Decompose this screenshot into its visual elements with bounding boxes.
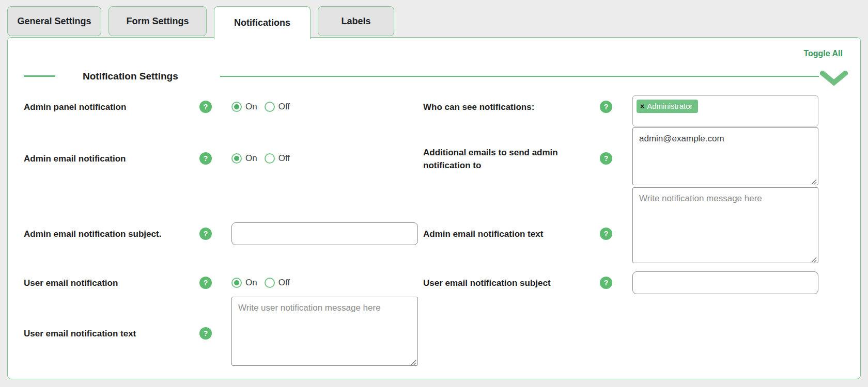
radio-label-off: Off bbox=[278, 153, 290, 164]
radio-dot bbox=[234, 104, 239, 109]
user-text-textarea-wrap bbox=[231, 297, 418, 366]
radio-off[interactable] bbox=[265, 278, 275, 288]
who-can-see-multiselect[interactable]: × Administrator bbox=[632, 95, 818, 126]
chevron-down-icon[interactable] bbox=[820, 71, 848, 86]
admin-text-textarea-wrap bbox=[632, 187, 818, 263]
admin-text-label: Admin email notification text bbox=[423, 228, 586, 240]
section-title: Notification Settings bbox=[83, 70, 178, 83]
radio-dot bbox=[234, 280, 239, 285]
radio-label-off: Off bbox=[278, 278, 290, 288]
user-text-label: User email notification text bbox=[24, 327, 202, 340]
tab-general-settings[interactable]: General Settings bbox=[7, 6, 101, 36]
admin-panel-notification-label: Admin panel notification bbox=[24, 101, 202, 114]
user-subject-label: User email notification subject bbox=[423, 277, 586, 289]
admin-text-textarea[interactable] bbox=[632, 187, 818, 263]
help-icon[interactable]: ? bbox=[199, 152, 212, 165]
admin-email-notification-label: Admin email notification bbox=[24, 152, 202, 165]
resize-handle-icon[interactable] bbox=[811, 178, 817, 184]
additional-emails-label: Additional emails to send admin notifica… bbox=[423, 146, 586, 172]
toggle-all-link[interactable]: Toggle All bbox=[803, 49, 843, 58]
resize-handle-icon[interactable] bbox=[410, 358, 416, 364]
tab-form-settings[interactable]: Form Settings bbox=[109, 6, 207, 36]
radio-label-off: Off bbox=[278, 102, 290, 112]
admin-email-notification-radio-group: On Off bbox=[231, 152, 297, 165]
additional-emails-textarea-wrap: admin@example.com bbox=[632, 127, 818, 185]
tab-notifications[interactable]: Notifications bbox=[214, 6, 311, 39]
user-email-notification-label: User email notification bbox=[24, 277, 202, 289]
admin-subject-input[interactable] bbox=[231, 222, 418, 245]
notifications-settings-panel: Toggle All Notification Settings Admin p… bbox=[7, 37, 861, 379]
radio-on[interactable] bbox=[231, 153, 242, 164]
radio-label-on: On bbox=[245, 278, 257, 288]
tab-labels[interactable]: Labels bbox=[318, 6, 394, 36]
additional-emails-textarea[interactable]: admin@example.com bbox=[632, 127, 818, 185]
remove-tag-icon[interactable]: × bbox=[640, 102, 644, 110]
radio-label-on: On bbox=[245, 102, 257, 112]
selected-role-tag-label: Administrator bbox=[647, 102, 692, 110]
selected-role-tag: × Administrator bbox=[637, 100, 698, 113]
help-icon[interactable]: ? bbox=[199, 327, 212, 340]
help-icon[interactable]: ? bbox=[600, 277, 612, 289]
help-icon[interactable]: ? bbox=[600, 101, 612, 113]
help-icon[interactable]: ? bbox=[199, 277, 212, 289]
radio-on[interactable] bbox=[231, 102, 242, 112]
admin-panel-notification-radio-group: On Off bbox=[231, 100, 297, 114]
user-text-textarea[interactable] bbox=[231, 297, 418, 366]
user-email-notification-radio-group: On Off bbox=[231, 276, 297, 289]
help-icon[interactable]: ? bbox=[600, 228, 612, 240]
user-subject-input[interactable] bbox=[632, 271, 818, 294]
help-icon[interactable]: ? bbox=[199, 101, 212, 113]
section-divider-left bbox=[24, 75, 55, 77]
who-can-see-notifications-label: Who can see notifications: bbox=[423, 101, 586, 114]
radio-off[interactable] bbox=[265, 102, 275, 112]
radio-label-on: On bbox=[245, 153, 257, 164]
section-divider-right bbox=[220, 76, 819, 77]
help-icon[interactable]: ? bbox=[600, 152, 612, 165]
settings-tab-bar: General Settings Form Settings Notificat… bbox=[7, 6, 394, 39]
radio-on[interactable] bbox=[231, 278, 242, 288]
admin-subject-label: Admin email notification subject. bbox=[24, 228, 202, 240]
radio-dot bbox=[234, 156, 239, 161]
help-icon[interactable]: ? bbox=[199, 228, 212, 240]
resize-handle-icon[interactable] bbox=[811, 255, 817, 262]
radio-off[interactable] bbox=[265, 153, 275, 164]
